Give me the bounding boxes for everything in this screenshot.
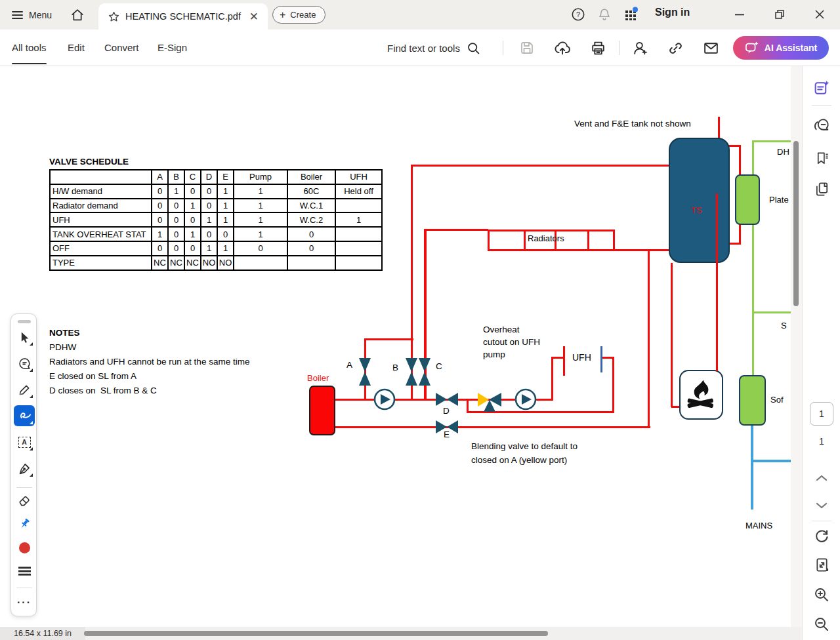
tab-esign[interactable]: E-Sign [158,30,187,66]
panel-divider [812,105,831,106]
tab-convert[interactable]: Convert [104,30,139,66]
table-cell: 0 [201,227,217,241]
wood-burner [679,370,723,420]
email-button[interactable] [702,39,720,57]
apps-grid-button[interactable] [622,6,639,23]
menu-button[interactable]: Menu [12,7,52,24]
table-cell: 0 [168,199,184,213]
blending-valve [477,391,502,413]
highlight-tool-button[interactable] [14,379,35,400]
home-button[interactable] [68,6,87,24]
pin-tool-button[interactable] [14,513,35,534]
panel-divider [16,588,32,588]
overheat-note: Overheat cutout on UFH pump [483,323,543,361]
zoom-out-button[interactable] [813,616,830,633]
table-cell: B [168,170,184,184]
share-button[interactable] [553,39,572,57]
star-icon[interactable] [108,10,120,23]
select-tool-button[interactable] [14,327,35,348]
previous-page-button[interactable] [813,470,830,487]
help-button[interactable]: ? [570,6,587,23]
note-line: E closed on SL from A [49,371,136,381]
chevron-down-icon [816,502,828,510]
sign-tool-button[interactable] [14,458,35,479]
table-cell: 1 [201,241,217,256]
add-text-tool-button[interactable]: A [14,431,35,452]
tab-close-icon[interactable]: ✕ [247,11,261,22]
table-cell: 1 [201,212,217,227]
table-row: H/W demand01001160CHeld off [50,184,382,199]
comment-tool-button[interactable] [14,353,35,374]
draw-tool-button[interactable] [14,405,35,426]
find-text-control[interactable]: Find text or tools [387,37,480,58]
comments-bubbles-icon [814,117,830,133]
notes-title: NOTES [49,328,80,338]
document-tab[interactable]: HEATING SCHEMATIC.pdf ✕ [98,3,268,30]
tab-all-tools[interactable]: All tools [12,30,47,66]
horizontal-scrollbar-thumb[interactable] [84,631,548,636]
note-line: PDHW [49,342,76,352]
tab-edit[interactable]: Edit [68,30,85,66]
table-cell: H/W demand [50,184,152,199]
table-cell: 1 [234,212,287,227]
table-row: UFH000111W.C.21 [50,212,382,227]
ai-assistant-button[interactable]: AI Assistant [733,36,829,60]
sign-in-button[interactable]: Sign in [655,7,690,18]
window-restore-button[interactable] [768,4,791,25]
vertical-scrollbar-thumb[interactable] [793,141,799,306]
valve-b [405,357,418,386]
radiators-label: Radiators [528,233,564,243]
softener-label: Sof [770,395,784,405]
table-cell: 1 [152,227,168,241]
next-page-button[interactable] [813,497,830,514]
save-icon [519,40,535,56]
table-cell: Pump [234,170,287,184]
record-tool-button[interactable] [14,537,35,558]
save-button[interactable] [518,39,536,57]
table-cell: 0 [168,212,184,227]
ufh-terminal-left [563,346,565,376]
reading-order-tool-button[interactable] [14,561,35,582]
eraser-tool-button[interactable] [14,490,35,511]
bookmarks-panel-button[interactable] [813,150,830,167]
pump-ufh [514,388,537,410]
record-dot-icon [19,542,30,553]
valve-c [418,357,431,386]
title-bar: Menu HEATING SCHEMATIC.pdf ✕ + Create ? [0,0,840,30]
page-number-input[interactable]: 1 [810,402,833,426]
pages-panel-button[interactable] [813,180,830,197]
comments-panel-button[interactable] [813,116,830,133]
table-cell: 1 [234,184,287,199]
window-close-button[interactable] [808,4,831,25]
pipe-woodburner-flow [716,193,718,371]
ts-label: TS [691,205,702,215]
vertical-scrollbar[interactable] [791,66,802,627]
panel-divider [812,521,831,521]
rotate-page-button[interactable] [813,527,830,544]
get-link-button[interactable] [666,39,684,57]
softener-vessel [739,375,766,426]
cursor-icon [18,330,31,344]
print-button[interactable] [589,39,607,57]
table-cell: 0 [201,184,217,199]
pushpin-icon [18,517,31,531]
ai-assistant-panel-button[interactable] [813,79,830,96]
more-tools-button[interactable]: ··· [14,592,35,613]
zoom-out-icon [814,616,830,632]
window-minimize-button[interactable] [728,4,751,25]
fit-page-button[interactable] [813,556,830,573]
zoom-in-button[interactable] [813,586,830,603]
table-cell: TANK OVERHEAT STAT [50,227,152,241]
table-row: OFF0001100 [50,241,382,256]
panel-drag-handle[interactable] [18,320,31,323]
request-signatures-button[interactable] [631,39,649,57]
notifications-button[interactable] [596,6,613,23]
table-cell: 0 [152,212,168,227]
create-button[interactable]: + Create [272,6,326,24]
boiler-label: Boiler [307,373,329,383]
table-cell: A [152,170,168,184]
boiler [309,386,335,435]
pipe-mix-jog [467,399,469,412]
zoom-in-icon [814,587,830,603]
pipe-radiators-return [614,249,669,251]
